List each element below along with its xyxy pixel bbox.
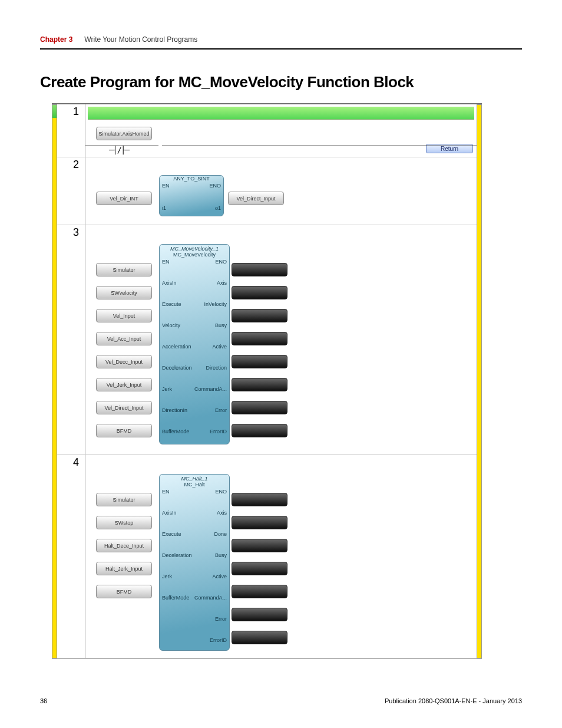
chapter-title: Write Your Motion Control Programs bbox=[84, 35, 197, 44]
tag-output[interactable] bbox=[232, 608, 287, 621]
pin-eno: ENO bbox=[209, 183, 221, 189]
tag-output[interactable] bbox=[232, 539, 287, 552]
tag-output[interactable] bbox=[232, 286, 287, 299]
section-heading: Create Program for MC_MoveVelocity Funct… bbox=[40, 73, 522, 91]
tag-output[interactable] bbox=[232, 562, 287, 575]
pin-i1: i1 bbox=[162, 205, 166, 211]
rung-3[interactable]: 3 MC_MoveVelocity_1 MC_MoveVelocity ENEN… bbox=[57, 225, 477, 455]
tag-output[interactable] bbox=[232, 309, 287, 322]
tag-vel-direct-input[interactable]: Vel_Direct_Input bbox=[228, 192, 284, 205]
rung-number: 2 bbox=[57, 157, 85, 225]
page-footer: 36 Publication 2080-QS001A-EN-E - Januar… bbox=[40, 697, 522, 704]
pin-o1: o1 bbox=[215, 205, 221, 211]
tag-output[interactable] bbox=[232, 631, 287, 644]
rung-4[interactable]: 4 MC_Halt_1 MC_Halt ENENO AxisInAxis Exe… bbox=[57, 455, 477, 658]
fb-instance-name: MC_Halt_1 bbox=[160, 475, 229, 482]
return-label: Return bbox=[441, 146, 458, 152]
tag-output[interactable] bbox=[232, 378, 287, 391]
tag-vel-dir-int[interactable]: Vel_Dir_INT bbox=[96, 192, 152, 205]
page-header: Chapter 3 Write Your Motion Control Prog… bbox=[40, 35, 522, 50]
chapter-label: Chapter 3 bbox=[40, 35, 72, 44]
ladder-diagram: 1 Simulator.AxisHomed ─┤/├─ Return 2 Vel… bbox=[52, 103, 482, 659]
pin-en: EN bbox=[162, 183, 170, 189]
tag-output[interactable] bbox=[232, 424, 287, 437]
tag-output[interactable] bbox=[232, 355, 287, 368]
right-rail bbox=[477, 104, 482, 658]
rung-2[interactable]: 2 Vel_Dir_INT ANY_TO_SINT ENENO i1o1 Vel… bbox=[57, 157, 477, 225]
rung-1[interactable]: 1 Simulator.AxisHomed ─┤/├─ Return bbox=[57, 104, 477, 157]
selection-bar bbox=[88, 107, 474, 120]
nc-contact-icon[interactable]: ─┤/├─ bbox=[109, 146, 129, 154]
tag-output[interactable] bbox=[232, 585, 287, 598]
fb-type-name: MC_MoveVelocity bbox=[160, 252, 229, 258]
fb-type-name: MC_Halt bbox=[160, 482, 229, 487]
rung-number: 3 bbox=[57, 225, 85, 454]
fb-instance-name: MC_MoveVelocity_1 bbox=[160, 245, 229, 252]
fb-any-to-sint[interactable]: ANY_TO_SINT ENENO i1o1 bbox=[159, 175, 224, 216]
tag-axis-homed[interactable]: Simulator.AxisHomed bbox=[96, 127, 152, 140]
rung-number: 4 bbox=[57, 455, 85, 658]
rung-number: 1 bbox=[57, 104, 85, 157]
page-number: 36 bbox=[40, 697, 47, 704]
tag-output[interactable] bbox=[232, 332, 287, 345]
tag-output[interactable] bbox=[232, 401, 287, 414]
tag-output[interactable] bbox=[232, 263, 287, 276]
tag-output[interactable] bbox=[232, 516, 287, 529]
fb-title: ANY_TO_SINT bbox=[160, 176, 223, 182]
publication-info: Publication 2080-QS001A-EN-E - January 2… bbox=[385, 697, 522, 704]
left-rail bbox=[52, 104, 57, 658]
tag-output[interactable] bbox=[232, 493, 287, 506]
